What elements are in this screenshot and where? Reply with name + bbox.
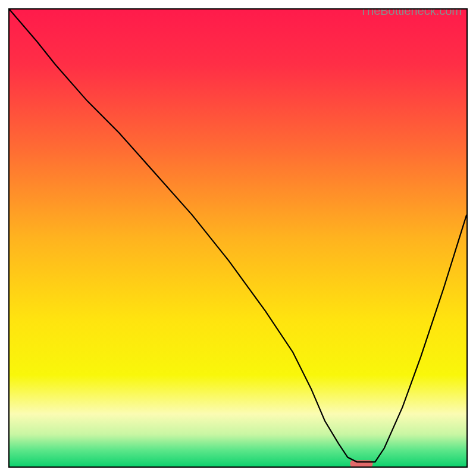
- plot-area: TheBottleneck.com: [8, 8, 468, 468]
- watermark-text: TheBottleneck.com: [360, 8, 462, 18]
- chart-overlay: [10, 10, 466, 466]
- bottleneck-curve: [10, 10, 466, 462]
- chart-frame: TheBottleneck.com: [0, 0, 476, 476]
- valley-marker: [350, 460, 372, 466]
